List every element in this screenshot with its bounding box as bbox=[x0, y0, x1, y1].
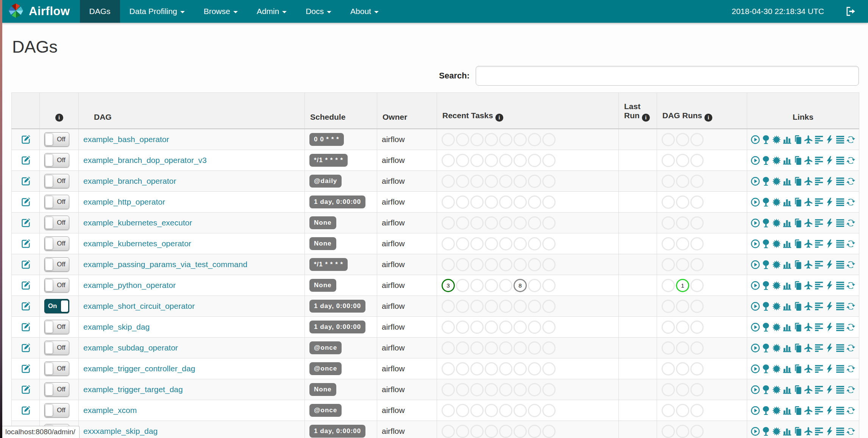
info-icon[interactable]: i bbox=[642, 114, 650, 122]
logs-icon[interactable] bbox=[835, 364, 845, 374]
graph-view-icon[interactable] bbox=[772, 322, 781, 332]
task-state-circle[interactable] bbox=[514, 300, 527, 313]
task-state-circle[interactable] bbox=[514, 133, 527, 146]
dag-pause-toggle[interactable]: Off bbox=[44, 132, 69, 147]
task-state-circle[interactable] bbox=[514, 425, 527, 438]
task-duration-icon[interactable] bbox=[782, 405, 792, 416]
edit-dag-icon[interactable] bbox=[16, 280, 35, 290]
gantt-view-icon[interactable] bbox=[814, 280, 824, 291]
tree-view-icon[interactable] bbox=[761, 239, 771, 249]
edit-dag-icon[interactable] bbox=[16, 364, 35, 374]
task-state-circle[interactable] bbox=[470, 425, 484, 438]
refresh-dag-icon[interactable] bbox=[846, 364, 856, 374]
search-input[interactable] bbox=[476, 66, 859, 86]
task-state-circle[interactable] bbox=[499, 175, 512, 188]
task-state-circle[interactable] bbox=[485, 341, 498, 355]
task-state-circle[interactable] bbox=[499, 237, 512, 250]
task-duration-icon[interactable] bbox=[782, 155, 792, 166]
task-state-circle[interactable] bbox=[542, 154, 556, 167]
code-view-icon[interactable] bbox=[825, 280, 834, 291]
task-state-circle[interactable] bbox=[528, 383, 541, 396]
refresh-dag-icon[interactable] bbox=[846, 218, 856, 228]
task-tries-icon[interactable] bbox=[793, 385, 802, 395]
dag-run-circle[interactable] bbox=[676, 196, 689, 209]
landing-times-icon[interactable] bbox=[804, 280, 813, 291]
dag-run-circle[interactable] bbox=[676, 425, 689, 438]
task-state-circle[interactable] bbox=[542, 258, 556, 271]
task-tries-icon[interactable] bbox=[793, 260, 802, 270]
landing-times-icon[interactable] bbox=[804, 155, 813, 166]
dag-run-circle[interactable] bbox=[676, 175, 689, 188]
logs-icon[interactable] bbox=[835, 343, 845, 353]
task-state-circle[interactable] bbox=[528, 300, 541, 313]
task-state-circle[interactable] bbox=[470, 154, 484, 167]
task-tries-icon[interactable] bbox=[793, 322, 802, 332]
dag-run-circle[interactable] bbox=[662, 425, 675, 438]
task-state-circle[interactable] bbox=[470, 300, 484, 313]
dag-pause-toggle[interactable]: Off bbox=[44, 361, 69, 376]
task-state-circle[interactable] bbox=[499, 300, 512, 313]
trigger-dag-icon[interactable] bbox=[751, 426, 760, 436]
tree-view-icon[interactable] bbox=[761, 280, 771, 291]
dag-pause-toggle[interactable]: Off bbox=[44, 341, 69, 355]
logs-icon[interactable] bbox=[835, 218, 845, 228]
edit-dag-icon[interactable] bbox=[16, 197, 35, 207]
graph-view-icon[interactable] bbox=[772, 385, 781, 395]
task-state-circle[interactable] bbox=[528, 425, 541, 438]
nav-item-browse[interactable]: Browse bbox=[194, 0, 247, 23]
task-tries-icon[interactable] bbox=[793, 280, 802, 291]
code-view-icon[interactable] bbox=[825, 218, 834, 228]
refresh-dag-icon[interactable] bbox=[846, 176, 856, 186]
task-state-circle[interactable] bbox=[514, 196, 527, 209]
logs-icon[interactable] bbox=[835, 405, 845, 416]
task-state-circle[interactable] bbox=[456, 321, 469, 334]
task-state-circle[interactable] bbox=[499, 196, 512, 209]
gantt-view-icon[interactable] bbox=[814, 385, 824, 395]
task-state-circle[interactable] bbox=[485, 258, 498, 271]
dag-run-circle[interactable] bbox=[690, 237, 704, 250]
dag-pause-toggle[interactable]: Off bbox=[44, 153, 69, 167]
dag-run-circle[interactable] bbox=[662, 279, 675, 292]
task-state-circle[interactable] bbox=[456, 300, 469, 313]
task-state-circle[interactable] bbox=[442, 383, 455, 396]
code-view-icon[interactable] bbox=[825, 197, 834, 207]
task-tries-icon[interactable] bbox=[793, 364, 802, 374]
trigger-dag-icon[interactable] bbox=[751, 197, 760, 207]
tree-view-icon[interactable] bbox=[761, 426, 771, 436]
code-view-icon[interactable] bbox=[825, 426, 834, 436]
task-state-circle[interactable] bbox=[470, 362, 484, 375]
dag-run-circle[interactable] bbox=[676, 216, 689, 230]
task-state-circle[interactable] bbox=[528, 404, 541, 417]
dag-pause-toggle[interactable]: Off bbox=[44, 195, 69, 209]
dag-run-circle[interactable] bbox=[690, 196, 704, 209]
gantt-view-icon[interactable] bbox=[814, 218, 824, 228]
landing-times-icon[interactable] bbox=[804, 197, 813, 207]
task-state-circle[interactable] bbox=[442, 362, 455, 375]
dag-pause-toggle[interactable]: Off bbox=[44, 320, 69, 334]
task-state-circle[interactable] bbox=[485, 154, 498, 167]
dag-run-circle[interactable] bbox=[676, 133, 689, 146]
edit-dag-icon[interactable] bbox=[16, 218, 35, 228]
task-state-circle[interactable] bbox=[528, 258, 541, 271]
task-state-circle[interactable] bbox=[442, 133, 455, 146]
task-state-circle[interactable] bbox=[442, 300, 455, 313]
trigger-dag-icon[interactable] bbox=[751, 280, 760, 291]
gantt-view-icon[interactable] bbox=[814, 322, 824, 332]
dag-run-circle[interactable] bbox=[662, 154, 675, 167]
dag-name-link[interactable]: example_trigger_controller_dag bbox=[83, 364, 195, 373]
refresh-dag-icon[interactable] bbox=[846, 405, 856, 416]
dag-run-circle[interactable] bbox=[690, 341, 704, 355]
dag-name-link[interactable]: example_skip_dag bbox=[83, 322, 150, 331]
graph-view-icon[interactable] bbox=[772, 280, 781, 291]
dag-run-circle[interactable] bbox=[676, 321, 689, 334]
task-state-circle[interactable] bbox=[514, 175, 527, 188]
dag-run-circle[interactable] bbox=[662, 258, 675, 271]
edit-dag-icon[interactable] bbox=[16, 322, 35, 332]
task-state-circle[interactable] bbox=[470, 279, 484, 292]
dag-name-link[interactable]: example_trigger_target_dag bbox=[83, 385, 183, 394]
task-state-circle[interactable] bbox=[514, 383, 527, 396]
task-state-circle[interactable] bbox=[470, 341, 484, 355]
task-state-circle[interactable] bbox=[442, 237, 455, 250]
task-state-circle[interactable] bbox=[514, 404, 527, 417]
nav-item-dags[interactable]: DAGs bbox=[80, 0, 120, 23]
